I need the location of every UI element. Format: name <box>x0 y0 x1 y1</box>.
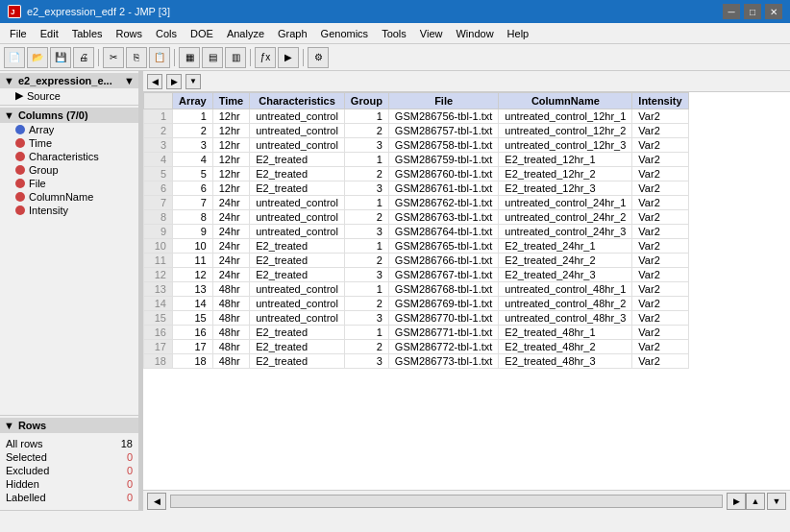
window-controls[interactable]: ─ □ ✕ <box>723 4 782 19</box>
sidebar-column-intensity[interactable]: Intensity <box>0 204 138 217</box>
table-row[interactable]: 1112hruntreated_control1GSM286756-tbl-1.… <box>144 109 689 124</box>
sidebar-column-columnname[interactable]: ColumnName <box>0 190 138 204</box>
col-header-group[interactable]: Group <box>344 93 388 109</box>
sidebar-rows-label: Rows <box>18 420 46 431</box>
horizontal-scrollbar[interactable] <box>170 495 723 508</box>
table-row[interactable]: 181848hrE2_treated3GSM286773-tbl-1.txtE2… <box>144 354 689 369</box>
save-button[interactable]: 💾 <box>50 47 71 68</box>
table-row[interactable]: 121224hrE2_treated3GSM286767-tbl-1.txtE2… <box>144 268 689 282</box>
labelled-value: 0 <box>127 492 133 503</box>
paste-button[interactable]: 📋 <box>149 47 170 68</box>
sidebar-column-group[interactable]: Group <box>0 163 138 177</box>
array-col-icon <box>15 125 25 134</box>
hidden-label: Hidden <box>6 478 39 490</box>
col-header-characteristics[interactable]: Characteristics <box>250 93 345 109</box>
open-button[interactable]: 📂 <box>27 47 48 68</box>
prev-nav-button[interactable]: ◀ <box>147 74 162 89</box>
cut-button[interactable]: ✂ <box>103 47 124 68</box>
close-button[interactable]: ✕ <box>765 4 782 19</box>
columns-button[interactable]: ▤ <box>202 47 223 68</box>
menu-view[interactable]: View <box>414 26 449 41</box>
col-header-columnname[interactable]: ColumnName <box>499 93 632 109</box>
extra-button[interactable]: ⚙ <box>308 47 329 68</box>
scroll-down-button[interactable]: ▼ <box>767 493 786 510</box>
data-table-wrapper[interactable]: Array Time Characteristics Group File Co… <box>143 92 790 490</box>
table-button[interactable]: ▦ <box>179 47 200 68</box>
table-row[interactable]: 6612hrE2_treated3GSM286761-tbl-1.txtE2_t… <box>144 181 689 196</box>
table-row[interactable]: 161648hrE2_treated1GSM286771-tbl-1.txtE2… <box>144 326 689 340</box>
next-nav-button[interactable]: ▶ <box>166 74 182 89</box>
menu-rows[interactable]: Rows <box>111 26 149 41</box>
row-number: 5 <box>144 167 173 181</box>
sidebar-datatable-header[interactable]: ▼ e2_expression_e... ▼ <box>0 73 138 88</box>
table-row[interactable]: 9924hruntreated_control3GSM286764-tbl-1.… <box>144 225 689 239</box>
copy-button[interactable]: ⎘ <box>126 47 147 68</box>
table-row[interactable]: 8824hruntreated_control2GSM286763-tbl-1.… <box>144 210 689 225</box>
main-layout: ▼ e2_expression_e... ▼ ▶ Source ▼ Column… <box>0 71 790 511</box>
scroll-up-button[interactable]: ▲ <box>746 493 765 510</box>
menu-tools[interactable]: Tools <box>376 26 412 41</box>
table-row[interactable]: 141448hruntreated_control2GSM286769-tbl-… <box>144 297 689 311</box>
sidebar-source[interactable]: ▶ Source <box>0 88 138 103</box>
sidebar-column-file[interactable]: File <box>0 177 138 190</box>
table-row[interactable]: 171748hrE2_treated2GSM286772-tbl-1.txtE2… <box>144 340 689 354</box>
cell-file: GSM286771-tbl-1.txt <box>388 326 499 340</box>
table-row[interactable]: 4412hrE2_treated1GSM286759-tbl-1.txtE2_t… <box>144 153 689 167</box>
cell-array: 4 <box>173 153 213 167</box>
sidebar-column-characteristics[interactable]: Characteristics <box>0 150 138 163</box>
scroll-right-button[interactable]: ▶ <box>727 493 746 510</box>
table-row[interactable]: 131348hruntreated_control1GSM286768-tbl-… <box>144 282 689 297</box>
table-dropdown-button[interactable]: ▼ <box>185 74 201 89</box>
cell-characteristics: E2_treated <box>250 254 345 268</box>
scroll-left-button[interactable]: ◀ <box>147 493 166 510</box>
row-number: 6 <box>144 181 173 196</box>
col-header-array[interactable]: Array <box>173 93 213 109</box>
cell-file: GSM286768-tbl-1.txt <box>388 282 499 297</box>
cell-file: GSM286773-tbl-1.txt <box>388 354 499 369</box>
cell-time: 24hr <box>212 225 249 239</box>
print-button[interactable]: 🖨 <box>73 47 94 68</box>
menu-doe[interactable]: DOE <box>185 26 219 41</box>
sidebar-columns-header[interactable]: ▼ Columns (7/0) <box>0 108 138 123</box>
sidebar-rows-header[interactable]: ▼ Rows <box>0 418 138 433</box>
table-row[interactable]: 2212hruntreated_control2GSM286757-tbl-1.… <box>144 124 689 138</box>
selected-label: Selected <box>6 451 47 463</box>
row-number: 9 <box>144 225 173 239</box>
col-header-file[interactable]: File <box>388 93 499 109</box>
menu-tables[interactable]: Tables <box>66 26 109 41</box>
table-row[interactable]: 7724hruntreated_control1GSM286762-tbl-1.… <box>144 196 689 210</box>
minimize-button[interactable]: ─ <box>723 4 740 19</box>
table-row[interactable]: 5512hrE2_treated2GSM286760-tbl-1.txtE2_t… <box>144 167 689 181</box>
cell-group: 2 <box>344 124 388 138</box>
cell-intensity: Var2 <box>632 311 688 326</box>
menu-genomics[interactable]: Genomics <box>315 26 375 41</box>
rows-button[interactable]: ▥ <box>225 47 246 68</box>
sidebar-dropdown-icon[interactable]: ▼ <box>124 75 135 86</box>
cell-array: 2 <box>173 124 213 138</box>
col-header-time[interactable]: Time <box>212 93 249 109</box>
new-button[interactable]: 📄 <box>4 47 25 68</box>
cell-columnname: untreated_control_12hr_3 <box>499 138 632 153</box>
maximize-button[interactable]: □ <box>744 4 761 19</box>
table-row[interactable]: 111124hrE2_treated2GSM286766-tbl-1.txtE2… <box>144 254 689 268</box>
menu-window[interactable]: Window <box>450 26 499 41</box>
row-number: 15 <box>144 311 173 326</box>
col-header-intensity[interactable]: Intensity <box>632 93 688 109</box>
table-row[interactable]: 151548hruntreated_control3GSM286770-tbl-… <box>144 311 689 326</box>
cell-group: 3 <box>344 268 388 282</box>
menu-edit[interactable]: Edit <box>35 26 64 41</box>
cell-intensity: Var2 <box>632 167 688 181</box>
menu-file[interactable]: File <box>4 26 33 41</box>
table-row[interactable]: 101024hrE2_treated1GSM286765-tbl-1.txtE2… <box>144 239 689 254</box>
window-title: e2_expression_edf 2 - JMP [3] <box>27 6 170 17</box>
menu-help[interactable]: Help <box>502 26 535 41</box>
menu-cols[interactable]: Cols <box>150 26 183 41</box>
formula-button[interactable]: ƒx <box>255 47 276 68</box>
table-row[interactable]: 3312hruntreated_control3GSM286758-tbl-1.… <box>144 138 689 153</box>
sidebar-column-time[interactable]: Time <box>0 136 138 150</box>
menu-analyze[interactable]: Analyze <box>221 26 270 41</box>
sidebar-column-array[interactable]: Array <box>0 123 138 136</box>
menu-graph[interactable]: Graph <box>272 26 313 41</box>
sidebar-column-array-label: Array <box>29 124 54 135</box>
script-button[interactable]: ▶ <box>278 47 299 68</box>
